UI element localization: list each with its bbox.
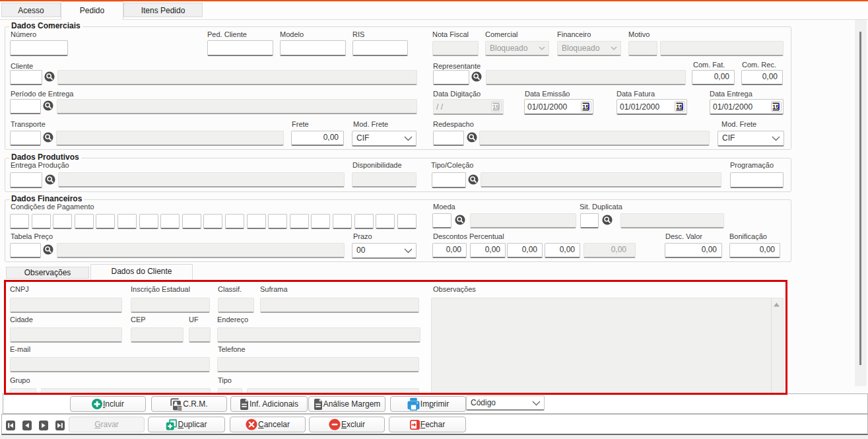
svg-text:15: 15 bbox=[772, 104, 779, 110]
svg-text:15: 15 bbox=[492, 104, 499, 110]
svg-text:15: 15 bbox=[676, 104, 683, 110]
svg-text:15: 15 bbox=[582, 104, 589, 110]
